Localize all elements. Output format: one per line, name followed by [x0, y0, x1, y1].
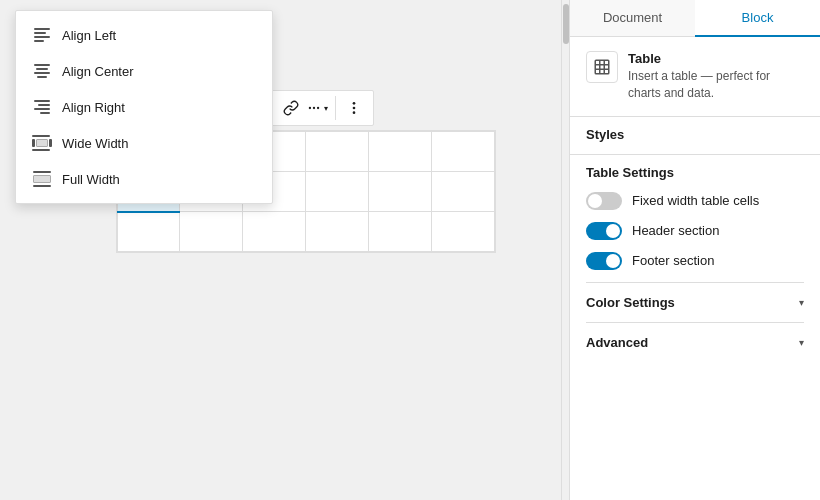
toggle-knob: [606, 254, 620, 268]
block-name: Table: [628, 51, 804, 66]
align-right-item[interactable]: Align Right: [16, 89, 272, 125]
footer-label: Footer section: [632, 253, 714, 268]
editor-area: Align Left Align Center: [0, 0, 561, 500]
svg-point-18: [352, 111, 355, 114]
color-settings-section[interactable]: Color Settings ▾: [586, 282, 804, 322]
fixed-width-toggle-row: Fixed width table cells: [586, 192, 804, 210]
block-text: Table Insert a table — perfect for chart…: [628, 51, 804, 102]
link-button[interactable]: [276, 93, 306, 123]
tab-block[interactable]: Block: [695, 0, 820, 37]
fixed-width-label: Fixed width table cells: [632, 193, 759, 208]
more-toolbar-button[interactable]: ▾: [307, 93, 332, 123]
full-width-icon: [32, 169, 52, 189]
table-row: [117, 212, 494, 252]
table-settings: Table Settings Fixed width table cells H…: [586, 165, 804, 270]
scroll-track[interactable]: [561, 0, 569, 500]
full-width-item[interactable]: Full Width: [16, 161, 272, 197]
svg-point-14: [312, 107, 314, 109]
header-label: Header section: [632, 223, 719, 238]
advanced-label: Advanced: [586, 335, 648, 350]
block-info: Table Insert a table — perfect for chart…: [586, 51, 804, 102]
table-cell[interactable]: [368, 212, 431, 252]
wide-width-item[interactable]: Wide Width: [16, 125, 272, 161]
svg-point-17: [352, 107, 355, 110]
table-cell[interactable]: [368, 132, 431, 172]
table-cell[interactable]: [305, 132, 368, 172]
footer-toggle[interactable]: [586, 252, 622, 270]
color-settings-chevron: ▾: [799, 297, 804, 308]
align-center-item[interactable]: Align Center: [16, 53, 272, 89]
options-button[interactable]: [339, 93, 369, 123]
toolbar-divider-2: [335, 96, 336, 120]
align-center-icon: [32, 61, 52, 81]
divider-1: [570, 116, 820, 117]
align-right-label: Align Right: [62, 100, 125, 115]
svg-point-16: [352, 102, 355, 105]
footer-toggle-row: Footer section: [586, 252, 804, 270]
fixed-width-toggle[interactable]: [586, 192, 622, 210]
align-center-label: Align Center: [62, 64, 134, 79]
styles-title: Styles: [586, 127, 804, 142]
wide-width-label: Wide Width: [62, 136, 128, 151]
table-cell[interactable]: [180, 212, 243, 252]
table-cell[interactable]: [305, 172, 368, 212]
header-toggle[interactable]: [586, 222, 622, 240]
block-description: Insert a table — perfect for charts and …: [628, 68, 804, 102]
table-cell[interactable]: [431, 132, 494, 172]
table-settings-title: Table Settings: [586, 165, 804, 180]
sidebar-content: Table Insert a table — perfect for chart…: [570, 37, 820, 500]
table-cell[interactable]: [117, 212, 180, 252]
sidebar: Document Block Table Insert a table — pe…: [569, 0, 820, 500]
toggle-knob: [606, 224, 620, 238]
toggle-knob: [588, 194, 602, 208]
tab-document[interactable]: Document: [570, 0, 695, 37]
align-left-label: Align Left: [62, 28, 116, 43]
svg-point-13: [308, 107, 310, 109]
full-width-label: Full Width: [62, 172, 120, 187]
wide-width-icon: [32, 133, 52, 153]
table-cell[interactable]: [431, 212, 494, 252]
table-cell[interactable]: [305, 212, 368, 252]
align-left-item[interactable]: Align Left: [16, 17, 272, 53]
align-left-icon: [32, 25, 52, 45]
advanced-chevron: ▾: [799, 337, 804, 348]
align-right-icon: [32, 97, 52, 117]
alignment-dropdown: Align Left Align Center: [15, 10, 273, 204]
advanced-section[interactable]: Advanced ▾: [586, 322, 804, 362]
divider-2: [570, 154, 820, 155]
svg-point-15: [316, 107, 318, 109]
sidebar-tabs: Document Block: [570, 0, 820, 37]
header-toggle-row: Header section: [586, 222, 804, 240]
table-cell[interactable]: [431, 172, 494, 212]
scroll-thumb[interactable]: [563, 4, 569, 44]
table-cell[interactable]: [368, 172, 431, 212]
block-icon: [586, 51, 618, 83]
svg-rect-19: [595, 60, 609, 74]
table-cell[interactable]: [243, 212, 306, 252]
color-settings-label: Color Settings: [586, 295, 675, 310]
